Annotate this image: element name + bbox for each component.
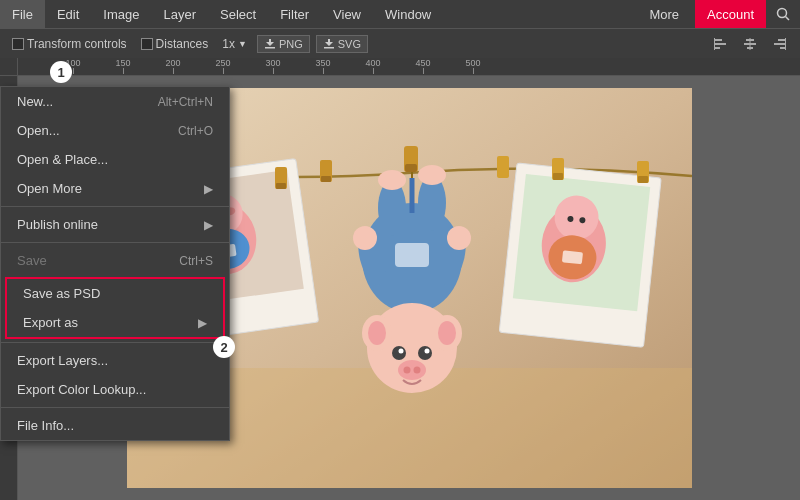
- tick-500: 500: [448, 58, 498, 75]
- svg-point-53: [418, 165, 446, 185]
- svg-line-1: [786, 17, 790, 21]
- menu-item-open-place[interactable]: Open & Place...: [1, 145, 229, 174]
- zoom-chevron: ▼: [238, 39, 247, 49]
- tick-350: 350: [298, 58, 348, 75]
- menu-select[interactable]: Select: [208, 0, 268, 28]
- tick-400: 400: [348, 58, 398, 75]
- svg-rect-54: [395, 243, 429, 267]
- svg-point-48: [353, 226, 377, 250]
- divider-3: [1, 342, 229, 343]
- svg-rect-15: [785, 38, 786, 50]
- tick-250: 250: [198, 58, 248, 75]
- align-right-button[interactable]: [768, 34, 792, 54]
- export-as-arrow: ▶: [198, 316, 207, 330]
- tick-450: 450: [398, 58, 448, 75]
- svg-rect-2: [265, 47, 275, 49]
- menu-filter[interactable]: Filter: [268, 0, 321, 28]
- tick-300: 300: [248, 58, 298, 75]
- distances-toggle[interactable]: Distances: [137, 35, 213, 53]
- svg-point-41: [398, 349, 403, 354]
- svg-rect-7: [714, 38, 715, 50]
- menu-more[interactable]: More: [637, 0, 691, 28]
- menu-item-save-as-psd[interactable]: Save as PSD: [7, 279, 223, 308]
- publish-online-arrow: ▶: [204, 218, 213, 232]
- svg-point-42: [424, 349, 429, 354]
- svg-rect-57: [405, 164, 417, 172]
- svg-rect-31: [276, 183, 286, 189]
- toolbar: Transform controls Distances 1x ▼ PNG SV…: [0, 28, 800, 58]
- svg-point-45: [413, 367, 420, 374]
- distances-checkbox[interactable]: [141, 38, 153, 50]
- menu-item-publish-online[interactable]: Publish online ▶: [1, 210, 229, 239]
- divider-2: [1, 242, 229, 243]
- main-area: 100 150 200 250 300 350 400 450 500: [0, 58, 800, 500]
- align-center-button[interactable]: [738, 34, 762, 54]
- svg-point-38: [438, 321, 456, 345]
- svg-rect-63: [561, 250, 582, 264]
- zoom-select[interactable]: 1x ▼: [218, 35, 251, 53]
- menu-item-open[interactable]: Open... Ctrl+O: [1, 116, 229, 145]
- ruler-horizontal: 100 150 200 250 300 350 400 450 500: [18, 58, 800, 76]
- svg-point-49: [447, 226, 471, 250]
- svg-point-52: [378, 170, 406, 190]
- open-more-arrow: ▶: [204, 182, 213, 196]
- menu-window[interactable]: Window: [373, 0, 443, 28]
- tick-200: 200: [148, 58, 198, 75]
- svg-point-43: [398, 360, 426, 380]
- menu-item-export-color-lookup[interactable]: Export Color Lookup...: [1, 375, 229, 404]
- ruler-ticks: 100 150 200 250 300 350 400 450 500: [18, 58, 800, 75]
- menu-item-file-info[interactable]: File Info...: [1, 411, 229, 440]
- transform-controls-toggle[interactable]: Transform controls: [8, 35, 131, 53]
- menu-account[interactable]: Account: [695, 0, 766, 28]
- svg-rect-4: [714, 39, 722, 41]
- menu-item-save: Save Ctrl+S: [1, 246, 229, 275]
- svg-rect-71: [321, 176, 331, 182]
- svg-point-39: [392, 346, 406, 360]
- menu-view[interactable]: View: [321, 0, 373, 28]
- divider-4: [1, 407, 229, 408]
- menu-layer[interactable]: Layer: [152, 0, 209, 28]
- menu-item-open-more[interactable]: Open More ▶: [1, 174, 229, 203]
- svg-rect-72: [497, 156, 509, 178]
- svg-point-0: [778, 9, 787, 18]
- svg-rect-69: [638, 176, 648, 183]
- menu-file[interactable]: File: [0, 0, 45, 28]
- menu-item-new[interactable]: New... Alt+Ctrl+N: [1, 87, 229, 116]
- transform-controls-checkbox[interactable]: [12, 38, 24, 50]
- search-button[interactable]: [766, 0, 800, 28]
- svg-rect-67: [553, 173, 563, 180]
- svg-rect-11: [750, 38, 751, 50]
- svg-rect-3: [324, 47, 334, 49]
- align-left-button[interactable]: [708, 34, 732, 54]
- export-png-button[interactable]: PNG: [257, 35, 310, 53]
- svg-point-37: [368, 321, 386, 345]
- svg-rect-13: [774, 43, 786, 45]
- svg-rect-12: [778, 39, 786, 41]
- export-svg-button[interactable]: SVG: [316, 35, 368, 53]
- step-2-badge: 2: [213, 336, 235, 358]
- divider-1: [1, 206, 229, 207]
- menu-item-export-as[interactable]: Export as ▶: [7, 308, 223, 337]
- menu-bar: File Edit Image Layer Select Filter View…: [0, 0, 800, 28]
- ruler-corner: [0, 58, 18, 76]
- svg-rect-5: [714, 43, 726, 45]
- tick-150: 150: [98, 58, 148, 75]
- menu-image[interactable]: Image: [91, 0, 151, 28]
- menu-edit[interactable]: Edit: [45, 0, 91, 28]
- svg-point-40: [418, 346, 432, 360]
- menu-item-export-layers[interactable]: Export Layers...: [1, 346, 229, 375]
- step-1-badge: 1: [50, 61, 72, 83]
- svg-point-44: [403, 367, 410, 374]
- file-dropdown-menu: New... Alt+Ctrl+N Open... Ctrl+O Open & …: [0, 86, 230, 441]
